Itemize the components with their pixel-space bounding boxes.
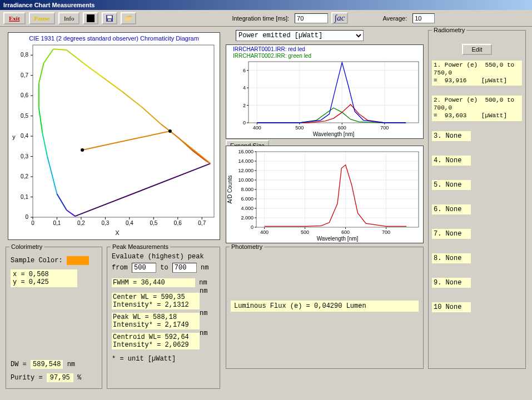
sample-color-label: Sample Color: [11,257,63,264]
svg-text:2: 2 [243,103,246,108]
radiometry-none-row: 5. None [432,180,471,190]
cie-chart: CIE 1931 (2 degrees standard observer) C… [8,32,220,240]
svg-text:14.000: 14.000 [238,158,253,164]
radiometry-none-row: 10 None [432,302,471,312]
sac-button[interactable]: ∫ac [331,12,348,24]
svg-text:12.000: 12.000 [238,168,253,173]
svg-text:400: 400 [253,125,261,131]
average-input[interactable] [412,13,435,23]
svg-line-39 [57,194,66,210]
svg-text:400: 400 [260,229,269,235]
fwhm-value: 36,440 [141,279,165,287]
svg-text:0,8: 0,8 [21,52,28,58]
svg-text:4: 4 [243,85,246,91]
svg-line-58 [170,131,211,163]
unit2: nm [200,309,207,317]
exit-button[interactable]: Exit [3,12,26,24]
radiometry-none-row: 3. None [432,131,471,141]
svg-text:Wavelength [nm]: Wavelength [nm] [317,236,359,242]
svg-text:10.000: 10.000 [238,177,253,183]
intensity3: Intensity* = 2,0629 [113,341,198,349]
svg-line-47 [67,50,83,63]
svg-text:6: 6 [243,68,246,73]
svg-line-51 [142,107,161,124]
svg-text:0,6: 0,6 [21,92,28,98]
peak-legend: Peak Measurements [111,243,170,250]
svg-line-42 [39,108,43,133]
radiometry-legend: Radiometry [432,27,466,33]
open-icon[interactable] [121,12,136,24]
sample-color-swatch [67,256,89,265]
radiometry-none-row: 7. None [432,229,471,239]
luminous-flux: Luminous Flux (e) = 0,04290 Lumen [231,301,419,312]
legend-green: IRRCHART0002.IRR: green led [233,53,311,59]
power-dropdown[interactable]: Power emitted [µWatt] [236,30,364,41]
svg-line-48 [83,63,103,78]
svg-text:Wavelength [nm]: Wavelength [nm] [313,131,355,137]
photometry-panel: Photometry Luminous Flux (e) = 0,04290 L… [226,247,424,369]
svg-text:0,2: 0,2 [77,220,85,226]
fwhm-label: FWHM = [113,279,137,287]
svg-text:6.000: 6.000 [241,196,253,202]
spectrum-chart-bottom: 40050060070002.0004.0006.0008.00010.0001… [226,146,424,243]
colorimetry-y: y = 0,425 [13,278,75,286]
svg-text:0: 0 [243,120,246,126]
black-swatch-button[interactable] [83,12,98,24]
integration-input[interactable] [295,13,328,23]
radiometry-none-row: 8. None [432,253,471,263]
svg-point-59 [81,148,84,152]
cie-xlabel: X [115,229,120,236]
intensity1: Intensity* = 2,1312 [113,301,198,309]
unit1: nm [200,287,207,295]
peak-eval-line: Evaluate (highest) peak [112,253,215,261]
svg-text:16.000: 16.000 [238,149,253,154]
pause-button[interactable]: Pause [29,12,56,24]
cie-title: CIE 1931 (2 degrees standard observer) C… [8,35,220,42]
legend-red: IRRCHART0001.IRR: red led [233,46,305,52]
svg-text:0: 0 [31,220,34,226]
radiometry-none-row: 4. None [432,156,471,166]
dw-unit: nm [67,361,75,368]
svg-text:0,5: 0,5 [150,220,157,226]
svg-rect-2 [108,19,111,21]
save-icon[interactable] [102,12,117,24]
peak-footnote: * = unit [µWatt] [112,355,215,363]
svg-rect-3 [33,45,214,217]
svg-text:600: 600 [341,229,350,235]
colorimetry-legend: Colorimetry [9,243,44,250]
svg-text:600: 600 [338,125,346,131]
svg-text:0,2: 0,2 [21,173,28,179]
to-input[interactable] [172,263,197,273]
svg-line-56 [75,163,210,216]
svg-text:0: 0 [251,224,253,230]
dw-label: DW = [11,361,27,368]
center-wl: Center WL = 590,35 [113,293,198,301]
svg-text:700: 700 [380,125,389,131]
svg-point-60 [168,129,172,133]
svg-text:500: 500 [295,125,304,131]
intensity2: Intensity* = 2,1749 [113,321,198,329]
window-title: Irradiance Chart Measurements [0,0,532,10]
svg-text:0,1: 0,1 [53,220,61,226]
svg-rect-1 [107,16,112,18]
edit-button[interactable]: Edit [462,44,493,55]
photometry-legend: Photometry [230,243,264,250]
svg-line-49 [103,77,122,92]
from-input[interactable] [132,263,156,273]
purity-unit: % [77,374,81,382]
from-label: from [112,264,128,272]
svg-text:0,4: 0,4 [21,133,28,139]
to-unit: nm [201,264,208,272]
svg-text:0,5: 0,5 [21,113,28,119]
svg-line-54 [192,151,206,161]
svg-line-40 [47,157,57,194]
svg-text:0,7: 0,7 [21,72,28,78]
svg-text:500: 500 [301,229,309,235]
radiometry-panel: Radiometry Edit 1. Power (e) 550,0 to 75… [428,30,526,369]
peak-panel: Peak Measurements Evaluate (highest) pea… [107,247,220,389]
info-button[interactable]: Info [58,12,79,24]
radiometry-row: 2. Power (e) 500,0 to 700,0= 93,603 [µWa… [432,96,522,121]
colorimetry-x: x = 0,568 [13,271,75,278]
svg-text:0,1: 0,1 [21,194,28,200]
cie-ylabel: y [12,133,16,140]
